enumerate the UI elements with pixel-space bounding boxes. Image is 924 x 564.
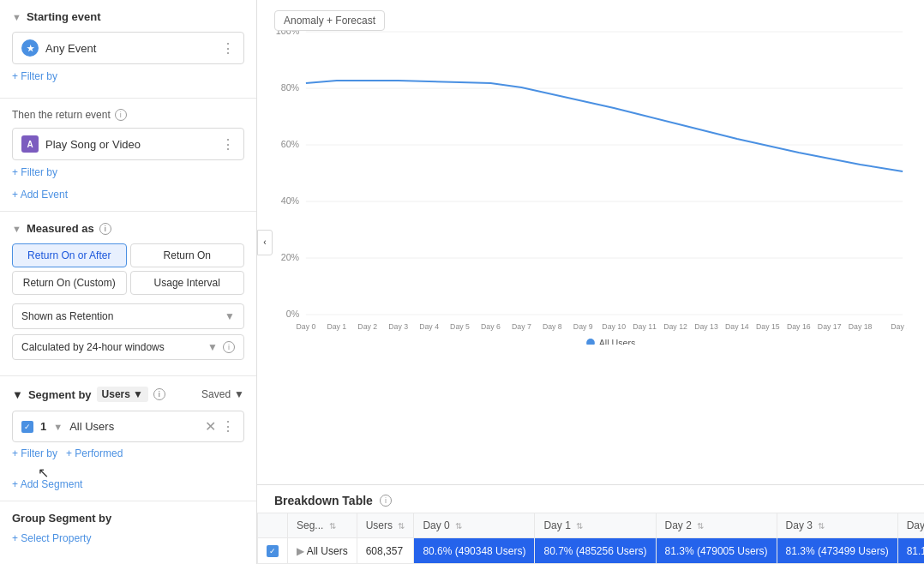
table-header-row: Breakdown Table i bbox=[257, 485, 924, 513]
collapse-measured-icon[interactable]: ▼ bbox=[12, 224, 21, 234]
return-event-info-icon[interactable]: i bbox=[115, 109, 127, 121]
svg-text:Day 12: Day 12 bbox=[663, 322, 687, 331]
select-property-link[interactable]: + Select Property bbox=[12, 532, 91, 544]
th-day3-label: Day 3 bbox=[786, 519, 813, 531]
th-users[interactable]: Users ⇅ bbox=[357, 513, 414, 538]
segment-performed-link[interactable]: + Performed bbox=[66, 447, 123, 459]
svg-text:Day 7: Day 7 bbox=[512, 322, 531, 331]
th-day4[interactable]: Day 4 ⇅ bbox=[897, 513, 924, 538]
svg-text:Day 3: Day 3 bbox=[388, 322, 408, 331]
measured-as-info-icon[interactable]: i bbox=[99, 223, 111, 235]
starting-event-section: ▼ Starting event ★ Any Event ⋮ + Filter … bbox=[0, 0, 256, 99]
th-day0[interactable]: Day 0 ⇅ bbox=[414, 513, 535, 538]
chart-area: Anomaly + Forecast 100% 80% 60% 40% 20% … bbox=[257, 0, 924, 484]
users-chevron: ▼ bbox=[133, 388, 143, 400]
segment-remove[interactable]: ✕ bbox=[205, 418, 216, 435]
chart-back-btn[interactable]: ‹ bbox=[257, 230, 273, 255]
svg-text:Day 13: Day 13 bbox=[694, 322, 718, 331]
segment-filter-link[interactable]: + Filter by bbox=[12, 447, 57, 459]
shown-as-chevron: ▼ bbox=[225, 310, 235, 322]
table-scroll[interactable]: Seg... ⇅ Users ⇅ Day 0 ⇅ Day 1 bbox=[257, 513, 924, 564]
shown-as-select[interactable]: Shown as Retention ▼ bbox=[12, 303, 244, 329]
anomaly-forecast-btn[interactable]: Anomaly + Forecast bbox=[274, 10, 385, 31]
segment-by-label: Segment by bbox=[28, 388, 92, 401]
th-day3-sort: ⇅ bbox=[818, 521, 825, 531]
svg-text:Day 8: Day 8 bbox=[543, 322, 562, 331]
measured-as-buttons: Return On or After Return On Return On (… bbox=[12, 243, 244, 295]
segment-by-info-icon[interactable]: i bbox=[153, 388, 165, 400]
breakdown-table-title: Breakdown Table bbox=[274, 494, 373, 507]
starting-filter-link[interactable]: + Filter by bbox=[12, 70, 57, 82]
segment-menu[interactable]: ⋮ bbox=[221, 418, 235, 435]
row-seg-cell[interactable]: ▶ All Users bbox=[288, 538, 357, 564]
svg-text:0%: 0% bbox=[286, 309, 300, 319]
return-event-header: Then the return event i bbox=[12, 109, 244, 121]
table-row: ▶ All Users 608,357 80.6% (490348 Users)… bbox=[258, 538, 925, 564]
svg-text:Day 4: Day 4 bbox=[419, 322, 439, 331]
add-event-link[interactable]: + Add Event bbox=[12, 189, 244, 201]
segment-expand-icon[interactable]: ▼ bbox=[53, 422, 63, 432]
return-on-after-btn[interactable]: Return On or After bbox=[12, 243, 127, 267]
th-day2[interactable]: Day 2 ⇅ bbox=[656, 513, 777, 538]
segment-by-section: ▼ Segment by Users ▼ i Saved ▼ 1 ▼ All U… bbox=[0, 376, 256, 501]
collapse-starting-icon[interactable]: ▼ bbox=[12, 12, 21, 22]
segment-checkbox[interactable] bbox=[21, 421, 33, 433]
th-day0-label: Day 0 bbox=[423, 519, 449, 531]
play-song-icon: A bbox=[21, 135, 39, 153]
segment-number: 1 bbox=[40, 420, 46, 433]
breakdown-info-icon[interactable]: i bbox=[380, 495, 392, 507]
add-segment-link[interactable]: + Add Segment bbox=[12, 478, 244, 490]
th-users-sort: ⇅ bbox=[398, 521, 405, 531]
retention-chart: 100% 80% 60% 40% 20% 0% Day 0 Day 1 Day … bbox=[274, 19, 907, 345]
usage-interval-btn[interactable]: Usage Interval bbox=[130, 271, 245, 295]
svg-text:80%: 80% bbox=[281, 82, 300, 93]
th-day1-sort: ⇅ bbox=[576, 521, 583, 531]
measured-as-header: ▼ Measured as i bbox=[12, 222, 244, 235]
return-event-label-text: Then the return event bbox=[12, 109, 111, 121]
th-users-label: Users bbox=[366, 519, 393, 531]
th-day2-sort: ⇅ bbox=[697, 521, 704, 531]
calculated-by-select[interactable]: Calculated by 24-hour windows ▼ i bbox=[12, 334, 244, 360]
th-day2-label: Day 2 bbox=[665, 519, 692, 531]
svg-point-32 bbox=[586, 339, 595, 345]
svg-text:Day 2: Day 2 bbox=[357, 322, 377, 331]
svg-text:Day 5: Day 5 bbox=[450, 322, 470, 331]
all-users-segment-row: 1 ▼ All Users ✕ ⋮ bbox=[12, 411, 244, 442]
svg-text:Day 17: Day 17 bbox=[818, 322, 842, 331]
saved-chevron: ▼ bbox=[234, 388, 244, 400]
th-day0-sort: ⇅ bbox=[455, 521, 462, 531]
play-song-menu[interactable]: ⋮ bbox=[221, 136, 235, 153]
breakdown-data-table: Seg... ⇅ Users ⇅ Day 0 ⇅ Day 1 bbox=[257, 513, 924, 564]
group-segment-section: Group Segment by + Select Property bbox=[0, 501, 256, 555]
return-filter-link[interactable]: + Filter by bbox=[12, 166, 57, 178]
row-day4-cell: 81.1% (4664... bbox=[897, 538, 924, 564]
any-event-menu[interactable]: ⋮ bbox=[221, 40, 235, 57]
any-event-icon: ★ bbox=[21, 39, 39, 57]
play-song-row: A Play Song or Video ⋮ bbox=[12, 128, 244, 160]
th-checkbox bbox=[258, 513, 288, 538]
svg-text:Day 15: Day 15 bbox=[756, 322, 780, 331]
svg-text:20%: 20% bbox=[281, 252, 300, 262]
svg-text:Day 6: Day 6 bbox=[481, 322, 501, 331]
starting-event-label: Starting event bbox=[27, 10, 101, 23]
measured-as-label: Measured as bbox=[27, 222, 94, 235]
row-day3-cell: 81.3% (473499 Users) bbox=[777, 538, 897, 564]
row-checkbox[interactable] bbox=[267, 545, 279, 557]
collapse-segment-icon[interactable]: ▼ bbox=[12, 388, 23, 401]
row-day1-cell: 80.7% (485256 Users) bbox=[535, 538, 656, 564]
th-day3[interactable]: Day 3 ⇅ bbox=[777, 513, 897, 538]
th-seg[interactable]: Seg... ⇅ bbox=[288, 513, 357, 538]
row-users-cell: 608,357 bbox=[357, 538, 414, 564]
users-badge[interactable]: Users ▼ bbox=[97, 387, 148, 402]
measured-as-section: ▼ Measured as i Return On or After Retur… bbox=[0, 212, 256, 376]
row-checkbox-cell[interactable] bbox=[258, 538, 288, 564]
group-segment-title: Group Segment by bbox=[12, 512, 244, 525]
return-on-btn[interactable]: Return On bbox=[130, 243, 245, 267]
row-expand-icon[interactable]: ▶ bbox=[297, 545, 304, 557]
right-panel: Anomaly + Forecast 100% 80% 60% 40% 20% … bbox=[257, 0, 924, 564]
return-on-custom-btn[interactable]: Return On (Custom) bbox=[12, 271, 127, 295]
calculated-by-info-icon[interactable]: i bbox=[223, 341, 235, 353]
return-event-section: Then the return event i A Play Song or V… bbox=[0, 99, 256, 212]
row-day2-cell: 81.3% (479005 Users) bbox=[656, 538, 777, 564]
th-day1[interactable]: Day 1 ⇅ bbox=[535, 513, 656, 538]
